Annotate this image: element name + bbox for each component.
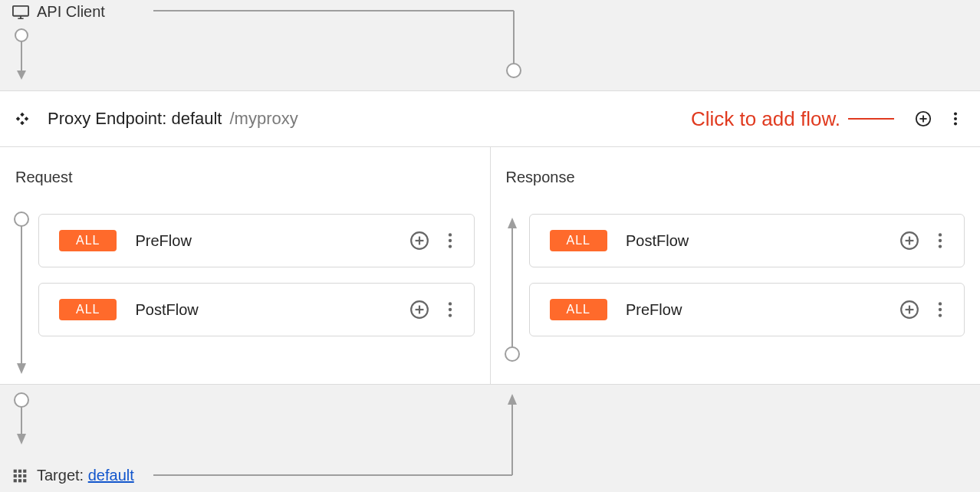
svg-rect-39 [14,479,17,482]
flow-card[interactable]: ALL PostFlow [529,214,965,267]
api-client-text: API Client [37,3,105,21]
add-flow-annotation: Click to add flow. [691,107,840,131]
annotation-pointer-line [848,118,894,120]
svg-rect-33 [14,469,17,472]
flow-name: PreFlow [626,301,889,319]
svg-point-30 [939,302,942,305]
flow-card[interactable]: ALL PreFlow [529,283,965,336]
response-panel: Response ALL PostFlow ALL PreFlow [491,147,981,384]
svg-point-13 [448,239,451,242]
proxy-endpoint-bar: Proxy Endpoint: default /myproxy Click t… [0,90,980,147]
flow-more-menu[interactable] [930,231,950,251]
flow-badge: ALL [59,299,117,320]
request-title: Request [15,169,475,186]
flow-card[interactable]: ALL PostFlow [38,283,475,336]
svg-point-12 [448,233,451,236]
svg-point-31 [939,308,942,311]
svg-rect-35 [23,469,26,472]
flow-name: PreFlow [135,232,398,250]
svg-point-7 [954,117,957,120]
flow-card[interactable]: ALL PreFlow [38,214,475,267]
svg-point-19 [448,308,451,311]
add-policy-button[interactable] [899,300,919,320]
flow-badge: ALL [550,299,607,320]
svg-point-26 [939,244,942,248]
api-client-label: API Client [12,3,980,21]
flow-badge: ALL [550,230,607,251]
add-policy-button[interactable] [899,231,919,251]
svg-point-20 [448,313,451,317]
svg-point-25 [939,239,942,242]
svg-point-8 [954,122,957,125]
svg-point-32 [939,313,942,317]
svg-point-14 [448,244,451,248]
add-flow-button[interactable] [913,108,934,130]
target-prefix: Target: [37,467,88,484]
apps-grid-icon [12,468,28,484]
svg-rect-41 [23,479,26,482]
svg-rect-0 [13,5,28,15]
add-policy-button[interactable] [409,300,429,320]
svg-rect-36 [14,474,17,477]
monitor-icon [12,5,29,19]
flow-more-menu[interactable] [440,300,460,320]
request-panel: Request ALL PreFlow ALL PostFlow [0,147,491,384]
svg-point-24 [939,233,942,236]
add-policy-button[interactable] [409,231,429,251]
svg-rect-37 [18,474,21,477]
svg-point-18 [448,302,451,305]
svg-rect-40 [18,479,21,482]
svg-rect-34 [18,469,21,472]
response-title: Response [506,169,965,186]
flow-name: PostFlow [626,232,889,250]
proxy-endpoint-title: Proxy Endpoint: default [48,109,222,129]
target-link[interactable]: default [88,467,134,484]
proxy-endpoint-path: /myproxy [229,109,298,129]
svg-point-6 [954,113,957,116]
flow-more-menu[interactable] [440,231,460,251]
flow-badge: ALL [59,230,117,251]
endpoint-more-menu[interactable] [945,108,966,130]
proxy-endpoint-icon [14,110,31,127]
svg-rect-38 [23,474,26,477]
flow-more-menu[interactable] [930,300,950,320]
flow-name: PostFlow [135,301,398,319]
